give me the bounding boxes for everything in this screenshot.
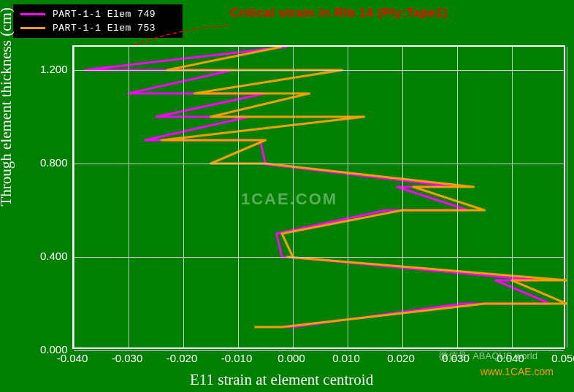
x-tick-label: 0.040 <box>497 352 524 364</box>
legend-item-1: PART-1-1 Elem 753 <box>20 23 175 34</box>
legend-item-0: PART-1-1 Elem 749 <box>20 9 175 20</box>
watermark-center: 1CAE.COM <box>241 190 337 209</box>
y-tick-label: 0.400 <box>40 250 68 262</box>
grid-line-v <box>512 47 513 347</box>
y-tick-label: 0.800 <box>40 156 68 169</box>
x-tick-label: 0.010 <box>332 352 360 364</box>
x-tick-label: -0.040 <box>57 352 88 364</box>
x-tick-label: 0.020 <box>387 352 415 364</box>
grid-line-v <box>129 47 129 347</box>
x-tick-label: 0.050 <box>551 352 574 364</box>
x-tick-label: 0.030 <box>442 352 470 364</box>
x-axis-label: E11 strain at element centroid <box>190 371 373 389</box>
y-tick-label: 1.200 <box>40 63 68 75</box>
y-axis-label: Through element thickness (cm) <box>0 7 15 206</box>
grid-line-h <box>74 164 564 164</box>
grid-line-v <box>183 47 184 347</box>
series-line <box>161 47 567 327</box>
grid-line-v <box>238 47 239 347</box>
watermark-right2: www.1CAE.com <box>481 366 554 377</box>
x-tick-label: -0.030 <box>112 352 143 364</box>
x-tick-label: -0.020 <box>167 352 198 364</box>
grid-line-h <box>74 257 564 258</box>
legend: PART-1-1 Elem 749 PART-1-1 Elem 753 <box>13 4 183 38</box>
x-tick-label: 0.000 <box>278 352 305 364</box>
grid-line-v <box>74 47 74 347</box>
legend-swatch-0 <box>20 13 45 15</box>
annotation-text: Critical strain in Rib 14 (Ply:Tape1) <box>230 6 448 20</box>
series-line <box>85 47 551 327</box>
legend-label-0: PART-1-1 Elem 749 <box>53 9 156 20</box>
grid-line-v <box>348 47 348 347</box>
legend-swatch-1 <box>20 27 45 29</box>
x-tick-label: -0.010 <box>221 352 253 364</box>
grid-line-v <box>567 47 567 347</box>
grid-line-h <box>74 70 564 71</box>
grid-line-v <box>402 47 403 347</box>
legend-label-1: PART-1-1 Elem 753 <box>53 23 156 34</box>
grid-line-v <box>457 47 458 347</box>
